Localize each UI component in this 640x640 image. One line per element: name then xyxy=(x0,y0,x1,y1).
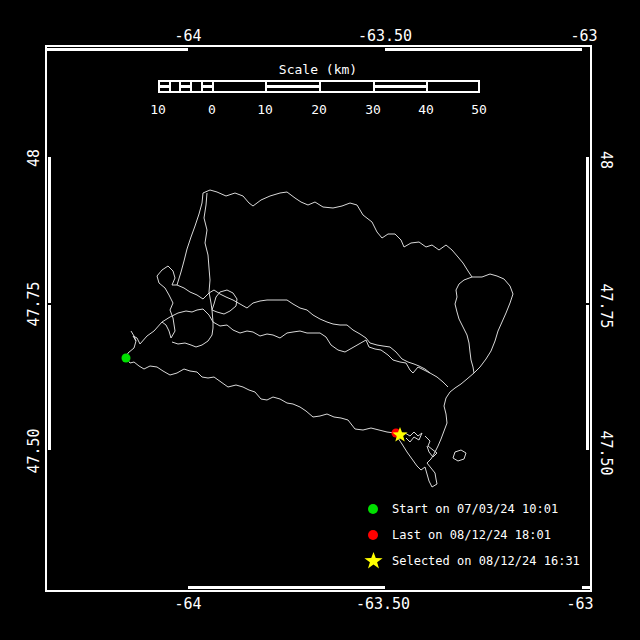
legend-selected-label: Selected on 08/12/24 16:31 xyxy=(392,554,580,568)
track-path xyxy=(204,193,213,322)
legend-start-label: Start on 07/03/24 10:01 xyxy=(392,502,558,516)
legend-start-circle-icon xyxy=(368,504,378,514)
track-path xyxy=(126,358,395,433)
track-path xyxy=(131,331,136,341)
track-path xyxy=(172,322,213,347)
drift-track-map: -64 -63.50 -63 -64 -63.50 -63 48 47.75 4… xyxy=(0,0,640,640)
legend-last-label: Last on 08/12/24 18:01 xyxy=(392,528,551,542)
start-marker-circle-icon xyxy=(122,354,131,363)
track-path xyxy=(455,277,474,373)
legend-last-circle-icon xyxy=(368,530,378,540)
track-path xyxy=(177,285,430,373)
track-path xyxy=(126,190,513,487)
track-path xyxy=(425,436,437,457)
track-path xyxy=(213,322,448,387)
track-path xyxy=(162,309,213,322)
track-path xyxy=(405,432,422,442)
track-path xyxy=(212,290,237,314)
track-canvas xyxy=(0,0,640,640)
track-path xyxy=(453,450,466,461)
